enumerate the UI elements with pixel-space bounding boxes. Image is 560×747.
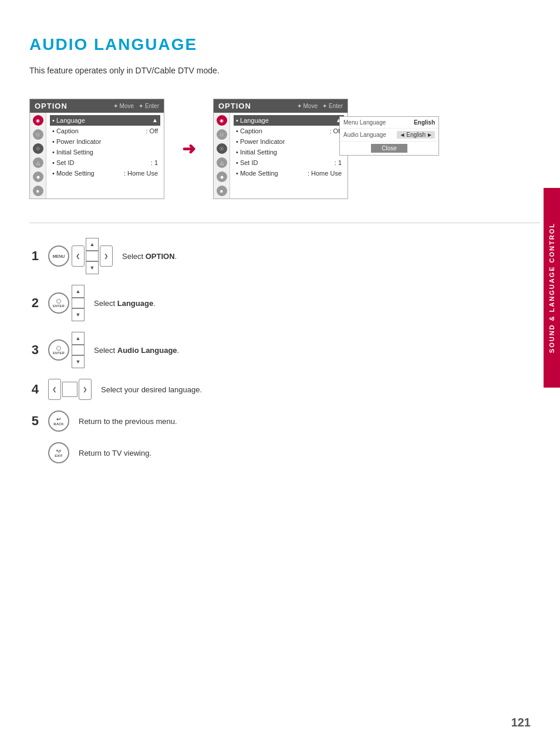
step-exit: ⥄ EXIT Return to TV viewing. <box>29 442 540 463</box>
menu-language-value: English <box>414 119 435 126</box>
down-arrow-btn-2[interactable]: ▼ <box>72 308 85 321</box>
step-5-buttons: ↩ BACK <box>48 410 69 432</box>
right-arrow-btn[interactable]: ❯ <box>100 245 113 267</box>
sidebar-icon-1: ◉ <box>33 115 43 126</box>
step-2-buttons: ENTER ▲ ▼ <box>48 285 85 321</box>
audio-language-value: English <box>406 132 426 138</box>
sidebar-icon-6: ■ <box>33 186 43 196</box>
down-arrow-btn[interactable]: ▼ <box>86 261 99 274</box>
diagram-with-popup: OPTION ✦ Move ✦ Enter ◉ □ ☉ △ ◆ ■ • La <box>213 99 348 199</box>
menu-item-mode-left: • Mode Setting : Home Use <box>50 168 160 179</box>
menu-language-label: Menu Language <box>343 119 386 126</box>
sidebar-icon-r2: □ <box>217 129 227 140</box>
step-4-text: Select your desired language. <box>101 385 202 394</box>
nav-center-2 <box>72 298 85 308</box>
nav-center-3 <box>72 345 85 355</box>
menu-item-setid-right: • Set ID : 1 <box>234 157 344 168</box>
back-button[interactable]: ↩ BACK <box>48 410 69 432</box>
sidebar-icon-r3: ☉ <box>217 143 227 154</box>
up-arrow-btn-2[interactable]: ▲ <box>72 285 85 298</box>
option-menu-right-controls: ✦ Move ✦ Enter <box>297 103 343 109</box>
menu-item-setid-left: • Set ID : 1 <box>50 157 160 168</box>
step-3-number: 3 <box>29 342 39 358</box>
exit-button[interactable]: ⥄ EXIT <box>48 442 69 463</box>
popup-menu-language-row: Menu Language English <box>340 117 438 129</box>
step-exit-buttons: ⥄ EXIT <box>48 442 69 463</box>
option-menu-right-items: • Language ▲ • Caption : Off • Power Ind… <box>230 113 348 198</box>
option-menu-right-sidebar: ◉ □ ☉ △ ◆ ■ <box>214 113 230 198</box>
step-2-number: 2 <box>29 295 39 311</box>
sidebar-icon-r5: ◆ <box>217 171 227 182</box>
option-menu-left-header: OPTION ✦ Move ✦ Enter <box>30 99 164 113</box>
enter-button-2[interactable]: ENTER <box>48 292 69 314</box>
section-divider <box>29 223 540 223</box>
step-1: 1 MENU ❮ ▲ ▼ ❯ Select OPTION. <box>29 238 540 274</box>
step-3-text: Select Audio Language. <box>94 346 179 355</box>
menu-item-language-left: • Language ▲ <box>50 115 160 126</box>
step-4: 4 ❮ ❯ Select your desired language. <box>29 379 540 400</box>
audio-language-label: Audio Language <box>343 132 386 138</box>
option-menu-right-header: OPTION ✦ Move ✦ Enter <box>214 99 348 113</box>
audio-language-value-nav: ◄ English ► <box>397 131 435 139</box>
step-1-buttons: MENU ❮ ▲ ▼ ❯ <box>48 238 113 274</box>
option-menu-right-title: OPTION <box>218 102 251 110</box>
step-1-ud-nav: ▲ ▼ <box>86 238 99 274</box>
step-1-text: Select OPTION. <box>122 252 177 261</box>
step-4-number: 4 <box>29 382 39 397</box>
menu-button[interactable]: MENU <box>48 245 69 267</box>
side-tab-text: SOUND & LANGUAGE CONTROL <box>548 223 555 353</box>
sidebar-icon-r6: ■ <box>217 186 227 196</box>
option-menu-right: OPTION ✦ Move ✦ Enter ◉ □ ☉ △ ◆ ■ • La <box>213 99 348 199</box>
step-exit-text: Return to TV viewing. <box>79 449 151 457</box>
step-3-ud-nav: ▲ ▼ <box>72 332 85 368</box>
sidebar-icon-3: ☉ <box>33 143 43 154</box>
center-square-4 <box>62 382 77 397</box>
nav-center <box>86 251 99 261</box>
menu-item-power-right: • Power Indicator <box>234 136 344 147</box>
diagrams-container: OPTION ✦ Move ✦ Enter ◉ □ ☉ △ ◆ ■ • Lang… <box>29 99 540 199</box>
step-4-buttons: ❮ ❯ <box>48 379 92 400</box>
sidebar-icon-5: ◆ <box>33 171 43 182</box>
step-3-buttons: ENTER ▲ ▼ <box>48 332 85 368</box>
menu-item-mode-right: • Mode Setting : Home Use <box>234 168 344 179</box>
menu-item-initial-left: • Initial Setting <box>50 147 160 157</box>
popup-close-area: Close <box>340 142 438 155</box>
arrow-right: ➜ <box>182 139 195 159</box>
option-menu-left-items: • Language ▲ • Caption : Off • Power Ind… <box>46 113 164 198</box>
down-arrow-btn-3[interactable]: ▼ <box>72 355 85 368</box>
menu-item-power-left: • Power Indicator <box>50 136 160 147</box>
main-content: AUDIO LANGUAGE This feature operates onl… <box>29 35 540 463</box>
enter-button-3[interactable]: ENTER <box>48 339 69 361</box>
left-arrow-btn[interactable]: ❮ <box>72 245 85 267</box>
step-1-number: 1 <box>29 248 39 264</box>
menu-item-language-right: • Language ▲ <box>234 115 344 126</box>
sidebar-icon-r1: ◉ <box>217 115 227 126</box>
option-menu-left-body: ◉ □ ☉ △ ◆ ■ • Language ▲ • Caption : Off <box>30 113 164 198</box>
option-menu-left: OPTION ✦ Move ✦ Enter ◉ □ ☉ △ ◆ ■ • Lang… <box>29 99 164 199</box>
sidebar-icon-r4: △ <box>217 157 227 168</box>
subtitle: This feature operates only in DTV/Cable … <box>29 66 540 75</box>
step-5-text: Return to the previous menu. <box>79 417 177 426</box>
step-2-ud-nav: ▲ ▼ <box>72 285 85 321</box>
left-arrow-btn-4[interactable]: ❮ <box>48 379 61 400</box>
up-arrow-btn[interactable]: ▲ <box>86 238 99 251</box>
option-menu-right-body: ◉ □ ☉ △ ◆ ■ • Language ▲ • Caption <box>214 113 348 198</box>
step-2-text: Select Language. <box>94 299 156 308</box>
option-menu-left-sidebar: ◉ □ ☉ △ ◆ ■ <box>30 113 46 198</box>
menu-item-caption-right: • Caption : Off <box>234 126 344 136</box>
menu-item-caption-left: • Caption : Off <box>50 126 160 136</box>
page-number: 121 <box>511 716 531 729</box>
sidebar-icon-4: △ <box>33 157 43 168</box>
option-menu-left-title: OPTION <box>35 102 68 110</box>
language-popup: Menu Language English Audio Language ◄ E… <box>339 116 439 156</box>
step-4-lr-nav: ❮ ❯ <box>48 379 92 400</box>
step-1-lr-nav: ❮ ▲ ▼ ❯ <box>72 238 113 274</box>
close-button[interactable]: Close <box>371 144 407 153</box>
step-3: 3 ENTER ▲ ▼ Select Audio Language. <box>29 332 540 368</box>
popup-audio-language-row: Audio Language ◄ English ► <box>340 129 438 142</box>
right-arrow-btn-4[interactable]: ❯ <box>79 379 92 400</box>
steps-container: 1 MENU ❮ ▲ ▼ ❯ Select OPTION. 2 <box>29 238 540 463</box>
up-arrow-btn-3[interactable]: ▲ <box>72 332 85 345</box>
page-title: AUDIO LANGUAGE <box>29 35 540 54</box>
step-5: 5 ↩ BACK Return to the previous menu. <box>29 410 540 432</box>
